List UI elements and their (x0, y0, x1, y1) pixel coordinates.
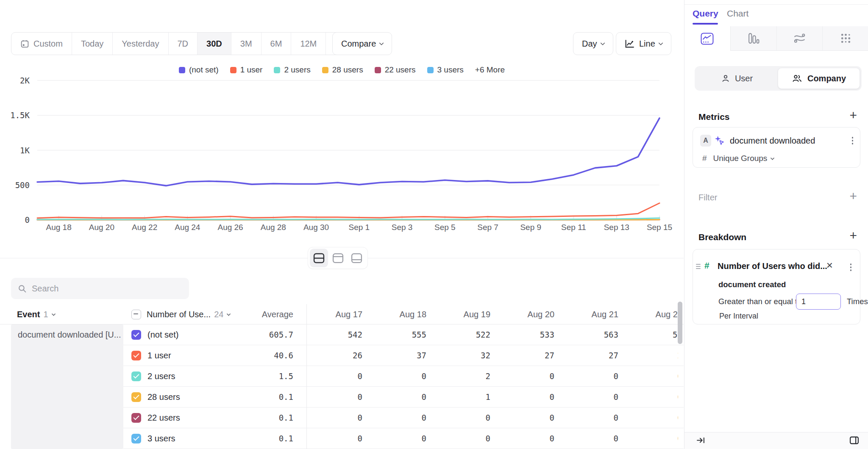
chart-type-button[interactable]: Line (616, 32, 671, 55)
interval-button[interactable]: Day (573, 32, 613, 55)
search-input[interactable] (32, 284, 182, 294)
chevron-down-icon (379, 41, 384, 45)
value-cell: 0 (627, 366, 678, 387)
chart-type-stream-tab[interactable] (777, 26, 823, 51)
y-axis-label: 1.5K (10, 111, 30, 120)
range-30d[interactable]: 30D (198, 33, 231, 55)
breakdown-property[interactable]: Number of Users who did... (718, 261, 827, 271)
row-checkbox[interactable] (131, 330, 141, 340)
date-column-header[interactable]: Aug 19 (435, 304, 499, 324)
add-breakdown-button[interactable]: + (849, 230, 857, 241)
date-column-header[interactable]: Aug 21 (563, 304, 627, 324)
range-12m[interactable]: 12M (291, 33, 326, 55)
metric-menu-icon[interactable] (850, 135, 855, 146)
sidebar-toggle-icon[interactable] (849, 436, 859, 446)
value-cell: 0 (563, 366, 627, 387)
chart-line-series (37, 203, 659, 218)
x-axis-label: Aug 30 (303, 223, 329, 232)
row-label: 2 users (147, 366, 175, 387)
row-checkbox[interactable] (131, 371, 141, 381)
value-cell: 2 (627, 345, 678, 366)
analytics-dashboard: Custom Today Yesterday 7D 30D 3M 6M 12M … (0, 0, 868, 449)
value-cell: 542 (307, 324, 371, 345)
add-filter-button[interactable]: + (849, 191, 857, 201)
x-axis-label: Sep 13 (604, 223, 629, 232)
scope-user-option[interactable]: User (696, 68, 778, 89)
metric-aggregation[interactable]: # Unique Groups (702, 154, 774, 163)
range-yesterday[interactable]: Yesterday (113, 33, 168, 55)
x-axis-label: Sep 11 (561, 223, 586, 232)
row-checkbox[interactable] (131, 434, 141, 443)
value-cell: 0 (499, 366, 563, 387)
range-custom[interactable]: Custom (11, 33, 72, 55)
x-axis-label: Aug 26 (217, 223, 243, 232)
panel-top-divider (684, 4, 868, 5)
breakdown-condition[interactable]: Greater than or equal to (718, 294, 801, 310)
stream-chart-icon (793, 32, 806, 44)
breakdown-menu-icon[interactable] (849, 262, 854, 273)
range-today[interactable]: Today (72, 33, 113, 55)
value-cell: 0 (627, 407, 678, 428)
split-view-icon (313, 253, 325, 263)
drag-handle-icon[interactable] (696, 263, 701, 270)
row-checkbox[interactable] (131, 392, 141, 402)
add-metric-button[interactable]: + (849, 110, 857, 120)
date-column-header[interactable]: Aug 22 (627, 304, 678, 324)
chart-type-line-tab[interactable] (684, 26, 731, 51)
top-panel-icon (332, 253, 344, 263)
row-label: 1 user (147, 345, 171, 366)
metric-badge: A (700, 135, 711, 147)
layout-chart-only-button[interactable] (329, 249, 347, 267)
breakdown-event[interactable]: document created (718, 280, 786, 289)
layout-table-only-button[interactable] (348, 249, 366, 267)
row-values: 001000 (306, 387, 678, 407)
number-property-icon: # (704, 261, 709, 271)
value-cell: 0 (563, 407, 627, 428)
layout-split-button[interactable] (310, 249, 328, 267)
line-chart-icon (701, 33, 714, 45)
metrics-heading: Metrics (698, 112, 730, 122)
value-cell: 0 (307, 428, 371, 449)
collapse-panel-icon[interactable] (696, 436, 705, 446)
row-average: 0.1 (229, 387, 293, 407)
chart-type-dots-tab[interactable] (823, 26, 868, 51)
table-scrollbar[interactable] (678, 302, 682, 344)
scope-toggle: User Company (695, 66, 862, 91)
tab-chart[interactable]: Chart (727, 8, 748, 19)
close-icon[interactable]: × (826, 260, 833, 271)
row-average: 605.7 (229, 324, 293, 345)
hash-icon: # (702, 154, 707, 163)
chart-type-bar-tab[interactable] (731, 26, 777, 51)
event-column-header[interactable]: Event 1 (17, 304, 55, 324)
line-chart: 05001K1.5K2KAug 18Aug 20Aug 22Aug 24Aug … (0, 59, 684, 239)
metric-name[interactable]: document downloaded (730, 136, 815, 146)
x-axis-label: Aug 20 (89, 223, 114, 232)
range-label: Custom (33, 39, 63, 49)
value-cell: 0 (371, 407, 435, 428)
breakdown-value-input[interactable] (796, 294, 841, 310)
metric-card[interactable]: A document downloaded # Unique Groups (693, 127, 860, 168)
range-6m[interactable]: 6M (262, 33, 292, 55)
table-row: 2 users1.5002000 (123, 366, 684, 387)
y-axis-label: 500 (15, 180, 30, 190)
breakdown-per-interval[interactable]: Per Interval (719, 312, 758, 321)
select-all-checkbox[interactable] (131, 310, 141, 319)
panel-footer (684, 432, 868, 449)
compare-button[interactable]: Compare (332, 32, 392, 55)
chevron-down-icon (771, 156, 775, 160)
event-name-cell[interactable]: document downloaded [U... (11, 324, 123, 449)
scope-company-option[interactable]: Company (778, 68, 860, 89)
row-checkbox[interactable] (131, 413, 141, 423)
value-cell: 53 (627, 324, 678, 345)
layout-toggle-group (308, 247, 368, 269)
date-columns-header: Aug 17Aug 18Aug 19Aug 20Aug 21Aug 22 (306, 304, 678, 324)
date-column-header[interactable]: Aug 17 (307, 304, 371, 324)
range-7d[interactable]: 7D (169, 33, 198, 55)
x-axis-label: Sep 1 (348, 223, 370, 232)
chart-type-tabs (684, 26, 868, 51)
date-column-header[interactable]: Aug 20 (499, 304, 563, 324)
range-3m[interactable]: 3M (231, 33, 262, 55)
date-column-header[interactable]: Aug 18 (371, 304, 435, 324)
row-checkbox[interactable] (131, 351, 141, 360)
tab-query[interactable]: Query (693, 8, 718, 19)
